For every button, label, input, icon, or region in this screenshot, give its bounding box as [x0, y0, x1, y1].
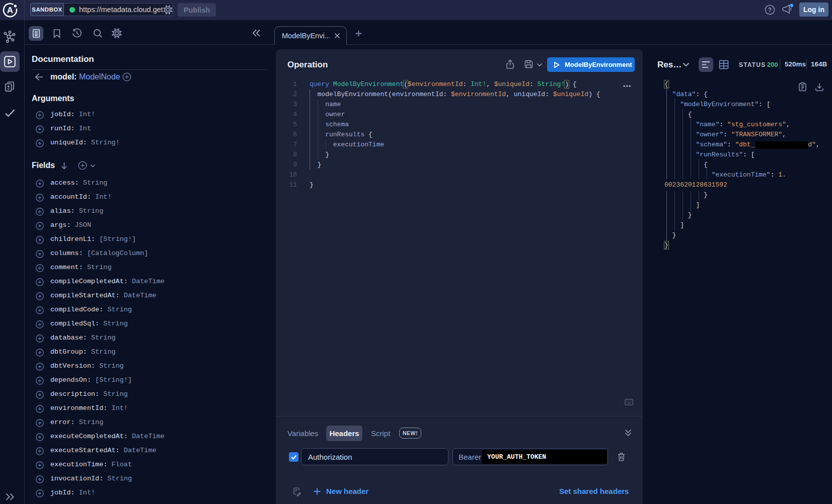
svg-text:?: ?: [768, 7, 772, 14]
svg-text:A: A: [7, 6, 13, 15]
